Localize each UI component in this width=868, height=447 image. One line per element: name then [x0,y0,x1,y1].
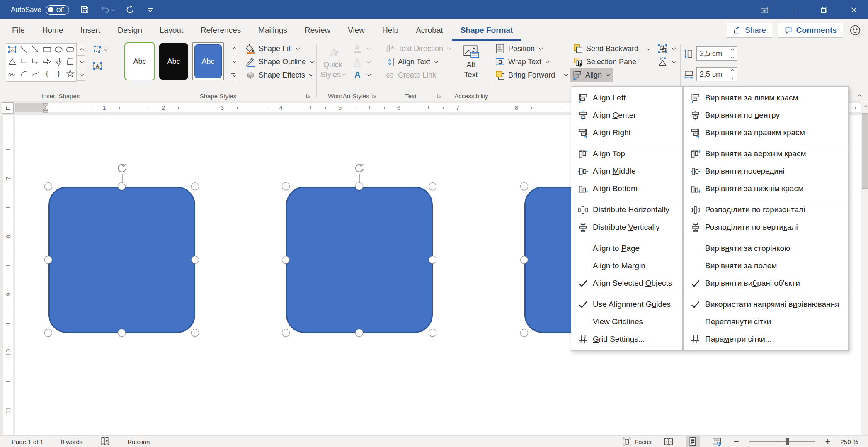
read-mode-button[interactable] [662,436,676,447]
arrow-shape-icon[interactable] [29,44,41,56]
resize-handle[interactable] [191,182,199,190]
align-menu-item-11[interactable]: Align Selected Objects [571,275,682,292]
shape-height-input[interactable] [697,49,728,58]
elbow-arrow-connector-shape-icon[interactable] [29,56,41,68]
proofing-errors-button[interactable] [100,437,110,447]
comments-button[interactable]: Comments [778,23,843,38]
align-menu-item-10[interactable]: Align to Margin [571,257,682,275]
oval-shape-icon[interactable] [53,44,64,56]
align-menu-localized-item-12[interactable]: Використати напрямні вирівнювання [684,296,848,313]
align-menu-localized-item-13[interactable]: Переглянути сітки [684,313,848,330]
wordart-dialog-launcher[interactable] [371,93,377,99]
shape-body[interactable] [48,187,195,333]
resize-handle[interactable] [191,256,199,264]
resize-handle[interactable] [429,182,436,190]
line-shape-icon[interactable] [18,44,29,56]
shape-style-thumb-3[interactable]: Abc [194,44,222,78]
shape-fill-button[interactable]: Shape Fill [244,42,301,55]
width-increase-button[interactable] [728,68,737,74]
align-menu-localized-item-6[interactable]: Вирівняти за нижнім краєм [684,180,848,197]
star-shape-icon[interactable] [64,68,76,80]
height-decrease-button[interactable] [728,53,737,60]
text-outline-button[interactable]: A [351,56,372,68]
resize-handle[interactable] [282,256,290,264]
selection-pane-button[interactable]: Selection Pane [571,56,638,68]
resize-handle[interactable] [118,182,126,190]
triangle-shape-icon[interactable] [6,56,18,68]
focus-button[interactable]: Focus [622,437,652,446]
styles-scroll-up-button[interactable] [229,42,238,55]
create-link-button[interactable]: Create Link [383,69,438,81]
resize-handle[interactable] [520,182,528,190]
zoom-slider-thumb[interactable] [786,438,789,445]
align-menu-localized-item-14[interactable]: Параметри сітки... [684,330,848,348]
print-layout-button[interactable] [686,436,700,447]
page-indicator[interactable]: Page 1 of 1 [12,438,44,445]
styles-more-button[interactable] [229,68,238,81]
zoom-out-button[interactable]: − [734,436,739,447]
align-menu-item-6[interactable]: Align Bottom [571,180,682,197]
align-menu-localized-item-8[interactable]: Розподілити по вертикалі [684,219,848,236]
tab-view[interactable]: View [339,19,373,41]
rotate-handle[interactable] [353,162,366,174]
hanging-indent-marker[interactable] [43,108,48,113]
align-menu-item-12[interactable]: Use Alignment Guides [571,296,682,313]
text-direction-button[interactable]: A Text Direction [383,42,452,55]
minimize-button[interactable] [784,2,804,18]
rotate-handle[interactable] [116,162,128,174]
textbox-shape-icon[interactable]: A [6,44,18,56]
resize-handle[interactable] [282,182,290,190]
align-menu-localized-item-2[interactable]: Вирівняти по центру [684,107,848,124]
tab-mailings[interactable]: Mailings [250,19,296,41]
tab-help[interactable]: Help [373,19,407,41]
resize-handle[interactable] [355,182,363,190]
undo-button[interactable] [100,5,114,15]
align-menu-item-7[interactable]: Distribute Horizontally [571,201,682,219]
align-menu-localized-item-10[interactable]: Вирівняти за полем [684,257,848,275]
share-button[interactable]: Share [727,23,772,38]
tab-references[interactable]: References [192,19,250,41]
shape-effects-button[interactable]: Shape Effects [244,69,314,81]
text-dialog-launcher[interactable] [436,93,443,99]
resize-handle[interactable] [44,256,52,264]
snip-arc-shape-icon[interactable] [64,56,76,68]
align-menu-item-9[interactable]: Align to Page [571,240,682,257]
left-brace-shape-icon[interactable]: { [41,68,53,80]
zoom-in-button[interactable]: + [825,436,831,447]
tab-shape-format[interactable]: Shape Format [452,19,522,41]
close-button[interactable] [844,2,864,18]
first-line-indent-marker[interactable] [43,103,48,107]
right-arrow-shape-icon[interactable] [41,56,53,68]
shape-width-input[interactable] [697,70,728,79]
zoom-slider[interactable] [749,441,815,442]
gallery-scroll-up-button[interactable] [76,43,85,56]
align-menu-localized-item-4[interactable]: Вирівняти за верхнім краєм [684,145,848,163]
align-menu-item-4[interactable]: Align Top [571,145,682,163]
shape-style-thumb-1[interactable]: Abc [124,42,155,80]
align-text-button[interactable]: Align Text [383,56,439,68]
gallery-more-button[interactable] [76,68,85,81]
align-menu-item-5[interactable]: Align Middle [571,163,682,180]
shape-style-thumb-2[interactable]: Abc [159,43,188,80]
web-layout-button[interactable] [710,436,724,447]
rectangle-shape-icon[interactable] [41,44,53,56]
collapse-ribbon-button[interactable] [853,92,864,100]
tab-home[interactable]: Home [34,19,72,41]
feedback-smiley-button[interactable] [849,24,861,36]
tab-review[interactable]: Review [296,19,339,41]
tab-layout[interactable]: Layout [151,19,192,41]
align-menu-item-8[interactable]: Distribute Vertically [571,219,682,236]
resize-handle[interactable] [191,329,199,337]
shape-styles-dialog-launcher[interactable] [305,93,312,99]
align-menu-localized-item-9[interactable]: Вирівняти за сторінкою [684,240,848,257]
align-menu-item-1[interactable]: Align Left [571,89,682,107]
align-button[interactable]: Align [570,68,613,82]
tab-acrobat[interactable]: Acrobat [407,19,451,41]
zoom-level[interactable]: 250 % [840,438,858,445]
draw-textbox-button[interactable]: A [92,61,103,73]
right-brace-shape-icon[interactable]: } [53,68,64,80]
align-menu-item-14[interactable]: Grid Settings... [571,330,682,348]
align-menu-item-2[interactable]: Align Center [571,107,682,124]
scrollbar-thumb[interactable] [862,113,868,189]
resize-handle[interactable] [355,329,363,337]
